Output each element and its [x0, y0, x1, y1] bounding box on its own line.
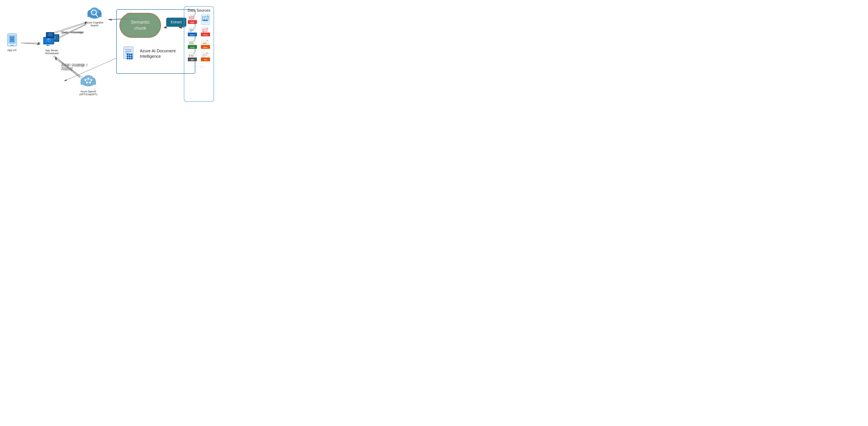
md-icon-item: MD	[187, 52, 198, 63]
app-ux-label: App UX	[7, 48, 17, 52]
cognitive-search: Azure Cognitive Search	[81, 6, 108, 27]
docx-icon-item: DOCX	[187, 27, 198, 38]
ellipsis-label: ... ...	[193, 64, 205, 68]
app-server-label: App Server, Orchestrator	[45, 49, 59, 55]
semantic-chunk-text: Semantic chunk	[129, 17, 152, 33]
image-file-icon	[201, 14, 210, 25]
doc-intelligence: Azure AI Document Intelligence	[123, 46, 176, 61]
svg-point-92	[203, 17, 204, 18]
svg-text:XLSX: XLSX	[190, 46, 195, 48]
openai-label: Azure OpenAI (GPT/ChatGPT)	[80, 90, 97, 96]
txt-icon-item: TXT	[200, 52, 211, 63]
app-ux: App UX	[4, 33, 20, 52]
xlsx-file-icon: XLSX	[188, 39, 197, 50]
svg-line-76	[21, 43, 40, 44]
prompt-knowledge-label: Prompt + Knowledge ->Response	[61, 64, 90, 71]
cognitive-search-label: Azure Cognitive Search	[86, 21, 103, 27]
html-icon-item: HTML </>	[200, 39, 211, 50]
extract-button[interactable]: Extract	[166, 18, 186, 27]
pptx-icon-item: PPTX	[200, 27, 211, 38]
svg-text:HTML: HTML	[203, 46, 208, 48]
tablet-icon	[7, 33, 18, 47]
doc-intelligence-text: Azure AI Document Intelligence	[140, 48, 176, 59]
svg-text:TXT: TXT	[204, 59, 208, 61]
docx-file-icon: DOCX	[188, 27, 197, 38]
svg-text:DOCX: DOCX	[190, 34, 195, 36]
pptx-file-icon: PPTX	[201, 27, 210, 38]
svg-text:PDF: PDF	[190, 21, 194, 24]
diagram: Index Query ->Knowledge Prompt + Knowled…	[0, 0, 217, 106]
pdf-file-icon: PDF	[188, 14, 197, 25]
svg-text:MD: MD	[191, 59, 194, 61]
monitor-stack-icon	[42, 30, 62, 48]
svg-point-106	[203, 31, 204, 32]
data-sources-container: Data Sources PDF	[184, 6, 214, 102]
openai-icon	[79, 73, 98, 89]
xlsx-icon-item: XLSX	[187, 39, 198, 50]
svg-text:PPTX: PPTX	[204, 34, 208, 36]
image-icon-item	[200, 14, 211, 25]
pdf-icon-item: PDF	[187, 14, 198, 25]
svg-rect-31	[46, 45, 50, 46]
azure-openai: Azure OpenAI (GPT/ChatGPT)	[74, 73, 103, 96]
file-icons-grid: PDF	[186, 14, 212, 63]
md-file-icon: MD	[188, 52, 197, 63]
cognitive-search-icon	[86, 6, 103, 20]
txt-file-icon: TXT	[201, 52, 210, 63]
html-file-icon: HTML </>	[201, 39, 210, 50]
semantic-chunk: Semantic chunk	[120, 13, 161, 38]
doc-intelligence-icon	[123, 46, 136, 61]
data-sources-title: Data Sources	[188, 8, 210, 13]
app-server: App Server, Orchestrator	[40, 30, 63, 55]
svg-text:</>: </>	[203, 42, 207, 45]
query-knowledge-label: Query ->Knowledge	[61, 31, 88, 34]
svg-rect-13	[10, 45, 14, 46]
svg-rect-69	[127, 54, 132, 59]
